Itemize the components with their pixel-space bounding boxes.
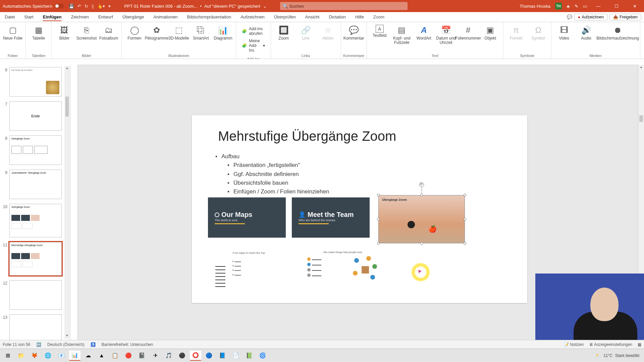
datetime-button[interactable]: 📅Datum und Uhrzeit: [435, 23, 457, 45]
handle-sw[interactable]: [377, 242, 380, 245]
cameo-button[interactable]: 📷Cameo: [642, 23, 644, 41]
touch-icon[interactable]: 👆▾: [97, 4, 105, 9]
qat-more-icon[interactable]: ▾: [108, 4, 111, 9]
rotation-handle[interactable]: [419, 182, 424, 187]
selected-zoom-tile[interactable]: Übergänge Zoom 🍎: [378, 195, 465, 243]
3dmodels-button[interactable]: ⬚3D-Modelle: [168, 23, 190, 41]
my-addins-button[interactable]: 🧩Meine Add-Ins▾: [239, 38, 267, 54]
video-button[interactable]: 🎞Video: [553, 23, 575, 41]
word-icon[interactable]: 📘: [217, 351, 228, 361]
handle-e[interactable]: [464, 218, 466, 221]
tab-ansicht[interactable]: Ansicht: [301, 12, 324, 22]
thumb-8[interactable]: 8Übergänge Zoom: [1, 135, 67, 165]
tab-dictation[interactable]: Dictation: [324, 12, 351, 22]
handle-se[interactable]: [464, 242, 466, 245]
maximize-button[interactable]: ☐: [610, 4, 623, 9]
save-icon[interactable]: 💾: [69, 4, 74, 9]
tab-start[interactable]: Start: [19, 12, 38, 22]
thumb-7[interactable]: 7Ende: [1, 101, 67, 131]
object-button[interactable]: ▣Objekt: [480, 23, 501, 41]
slide-thumbnails-panel[interactable]: 6Die Dinge die wir lieben 7Ende 8Übergän…: [0, 65, 70, 340]
system-tray[interactable]: ⛅ 11°C Stark bewölkt: [596, 353, 642, 358]
shapes-button[interactable]: ◯Formen: [124, 23, 145, 41]
language-label[interactable]: Deutsch (Österreich): [47, 342, 85, 347]
firefox-icon[interactable]: 🦊: [29, 351, 40, 361]
audio-button[interactable]: 🔊Audio: [576, 23, 597, 41]
headerfooter-button[interactable]: ▤Kopf- und Fußzeile: [391, 23, 413, 45]
powerpoint-icon[interactable]: 📊: [69, 351, 80, 361]
tab-praesentation[interactable]: Bildschirmpräsentation: [182, 12, 236, 22]
app4-icon[interactable]: 🎵: [163, 351, 174, 361]
zoom-button[interactable]: 🔲Zoom: [273, 23, 294, 41]
tab-datei[interactable]: Datei: [0, 12, 19, 22]
chrome-icon[interactable]: 🌐: [42, 351, 54, 361]
tab-zeichnen[interactable]: Zeichnen: [66, 12, 93, 22]
present-icon[interactable]: ▯: [92, 4, 94, 9]
notes-button[interactable]: 📝 Notizen: [564, 342, 584, 347]
tab-entwurf[interactable]: Entwurf: [94, 12, 118, 22]
outlook-icon[interactable]: 📧: [56, 351, 67, 361]
tab-animationen[interactable]: Animationen: [149, 12, 182, 22]
handle-nw[interactable]: [377, 194, 380, 196]
accessibility-icon[interactable]: ♿: [91, 342, 96, 347]
app2-icon[interactable]: 📋: [109, 351, 121, 361]
spellcheck-icon[interactable]: 🔤: [36, 342, 41, 347]
thumb-13[interactable]: 13: [1, 314, 67, 340]
zoom-tile-fourways[interactable]: Four ways to reach the Top 01 ▬▬▬02 ▬▬▬0…: [212, 249, 286, 293]
tab-zoom-contextual[interactable]: Zoom: [369, 12, 389, 22]
thumbs-scrollbar[interactable]: ▲ ▼: [65, 66, 69, 339]
display-settings-button[interactable]: 🖥 Anzeigeeinstellungen: [589, 342, 632, 347]
telegram-icon[interactable]: ✈: [150, 351, 161, 361]
zoom-tile-things[interactable]: We make things that people love ▬▬▬▬ ▬▬▬…: [303, 249, 383, 293]
search-box[interactable]: 🔍 Suchen: [280, 2, 408, 10]
edge-icon[interactable]: 🌀: [257, 351, 268, 361]
window-icon[interactable]: ▭: [583, 4, 587, 9]
comments-toggle-icon[interactable]: 💬: [567, 14, 572, 19]
wordart-button[interactable]: AWordArt: [413, 23, 435, 41]
thumb-6[interactable]: 6Die Dinge die wir lieben: [1, 67, 67, 97]
tab-ueberpruefen[interactable]: Überprüfen: [269, 12, 301, 22]
scroll-grip[interactable]: [65, 97, 69, 117]
excel-icon[interactable]: 📗: [244, 351, 255, 361]
vlc-icon[interactable]: ▲: [96, 351, 107, 361]
obs-icon[interactable]: ⚫: [176, 351, 188, 361]
thumb-9[interactable]: 9„Automatische" Übergänge Zoom: [1, 170, 67, 199]
table-button[interactable]: ▦Tabelle: [28, 23, 49, 41]
app7-icon[interactable]: 📄: [230, 351, 241, 361]
diamond-icon[interactable]: ◈: [567, 4, 570, 9]
icons-button[interactable]: ✿Piktogramme: [146, 23, 167, 41]
slide-counter[interactable]: Folie 11 von 56: [3, 342, 30, 347]
scroll-grip[interactable]: [639, 115, 643, 122]
pen-icon[interactable]: ✎: [575, 4, 578, 9]
comment-button[interactable]: 💬Kommentar: [343, 23, 365, 41]
slide-bullets[interactable]: Aufbau Präsentation „fertigstellen" Ggf.…: [215, 152, 329, 196]
close-button[interactable]: ✕: [628, 4, 641, 9]
explorer-icon[interactable]: 📁: [15, 351, 27, 361]
app-icon[interactable]: ☁: [83, 351, 94, 361]
slidenumber-button[interactable]: #Foliennummer: [458, 23, 479, 41]
onenote-icon[interactable]: 📓: [136, 351, 148, 361]
app6-icon[interactable]: 🔵: [203, 351, 215, 361]
minimize-button[interactable]: —: [592, 4, 605, 9]
chart-button[interactable]: 📊Diagramm: [212, 23, 234, 41]
tab-uebergaenge[interactable]: Übergänge: [118, 12, 149, 22]
tab-hilfe[interactable]: Hilfe: [351, 12, 369, 22]
slide-title[interactable]: Mehrstufige Übergänge Zoom: [218, 129, 396, 144]
app5-icon[interactable]: ⭕: [190, 351, 201, 361]
textbox-button[interactable]: ATextfeld: [369, 23, 390, 38]
normal-view-icon[interactable]: ▦: [638, 342, 641, 347]
smartart-button[interactable]: ⿻SmartArt: [190, 23, 212, 41]
handle-w[interactable]: [377, 218, 380, 221]
screenrecord-button[interactable]: ⏺Bildschirmaufzeichnung: [598, 23, 638, 41]
thumb-10[interactable]: 10Übergänge Zoom: [1, 204, 67, 237]
handle-n[interactable]: [420, 194, 423, 196]
chevron-down-icon[interactable]: ⌄: [263, 4, 267, 9]
toggle-switch[interactable]: [55, 4, 64, 8]
user-name[interactable]: Thomas Hruska: [520, 4, 550, 9]
scroll-up-icon[interactable]: ▴: [638, 65, 644, 70]
handle-ne[interactable]: [464, 194, 466, 196]
screenshot-button[interactable]: ⎘Screenshot: [76, 23, 97, 41]
zoom-tile-maps[interactable]: Our Maps The worls is ours: [208, 197, 286, 238]
document-title[interactable]: PPT 01 Roter Faden 006 - ab Zoom... • Au…: [124, 4, 266, 9]
tab-einfuegen[interactable]: Einfügen: [38, 12, 66, 22]
